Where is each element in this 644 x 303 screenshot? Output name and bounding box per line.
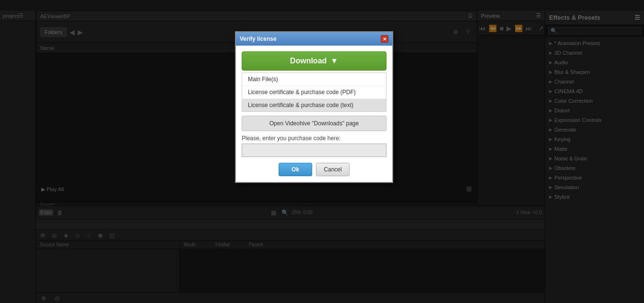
ok-button[interactable]: Ok (279, 163, 312, 176)
dropdown-item-text[interactable]: License certificate & purchase code (tex… (242, 99, 386, 111)
verify-license-dialog: Verify license ✕ Download ▼ Main File(s)… (235, 31, 393, 183)
modal-body: Download ▼ Main File(s) License certific… (236, 46, 392, 182)
modal-close-button[interactable]: ✕ (381, 35, 388, 43)
download-icon: ▼ (330, 57, 338, 65)
videohive-downloads-button[interactable]: Open Videohive "Downloads" page (242, 116, 386, 131)
purchase-code-input[interactable] (242, 144, 386, 157)
download-button[interactable]: Download ▼ (242, 51, 386, 71)
modal-title: Verify license (240, 36, 277, 42)
cancel-button[interactable]: Cancel (316, 163, 350, 176)
modal-titlebar: Verify license ✕ (236, 32, 392, 46)
purchase-code-label: Please, enter you purchase code here: (242, 135, 386, 142)
download-label: Download (290, 57, 327, 65)
download-dropdown-menu: Main File(s) License certificate & purch… (242, 73, 386, 112)
dropdown-item-main-files[interactable]: Main File(s) (242, 73, 386, 86)
dropdown-item-pdf[interactable]: License certificate & purchase code (PDF… (242, 86, 386, 99)
modal-action-buttons: Ok Cancel (242, 163, 386, 176)
